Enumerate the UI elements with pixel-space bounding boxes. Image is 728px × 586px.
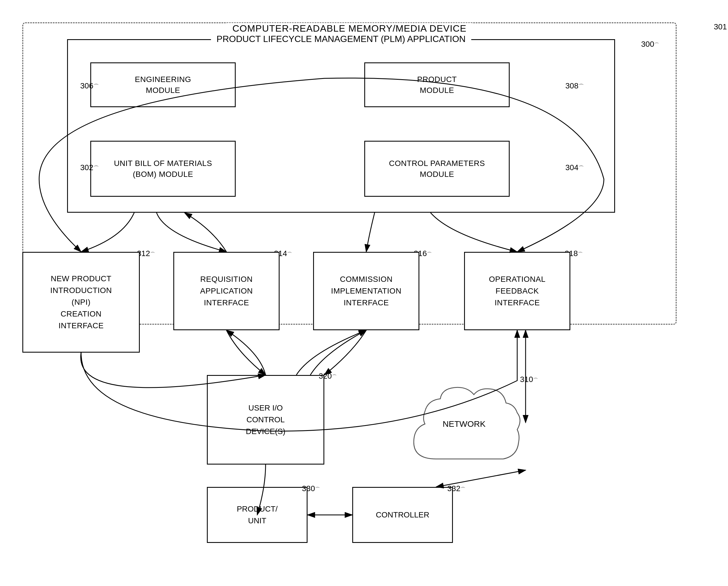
requisition-interface-box: REQUISITIONAPPLICATIONINTERFACE [173, 252, 280, 330]
user-io-label: USER I/OCONTROLDEVICE(S) [246, 402, 285, 437]
product-unit-box: PRODUCT/UNIT [207, 487, 308, 543]
ref-320-label: 320⌒ [319, 372, 337, 381]
npi-interface-box: NEW PRODUCTINTRODUCTION(NPI)CREATIONINTE… [22, 252, 140, 352]
requisition-interface-label: REQUISITIONAPPLICATIONINTERFACE [200, 273, 253, 309]
plm-box: PRODUCT LIFECYCLE MANAGEMENT (PLM) APPLI… [67, 39, 615, 213]
ref-300: 300⌒ [641, 40, 659, 49]
engineering-module-box: ENGINEERINGMODULE [90, 63, 236, 107]
ref-301: 301 [714, 22, 727, 31]
network-cloud: NETWORK [402, 375, 526, 476]
control-params-module-box: CONTROL PARAMETERSMODULE [364, 141, 510, 197]
product-module-box: PRODUCTMODULE [364, 63, 510, 107]
svg-text:NETWORK: NETWORK [443, 419, 485, 429]
outer-memory-label: COMPUTER-READABLE MEMORY/MEDIA DEVICE [227, 23, 472, 34]
user-io-box: USER I/OCONTROLDEVICE(S) [207, 375, 324, 465]
ref-308: 308⌒ [565, 81, 584, 90]
product-module-label: PRODUCTMODULE [417, 74, 457, 96]
product-unit-label: PRODUCT/UNIT [237, 503, 278, 527]
npi-interface-label: NEW PRODUCTINTRODUCTION(NPI)CREATIONINTE… [50, 273, 112, 332]
ref-302: 302⌒ [80, 163, 99, 172]
ref-330-label: 330⌒ [302, 484, 320, 493]
ref-304: 304⌒ [565, 163, 584, 172]
operational-interface-label: OPERATIONALFEEDBACKINTERFACE [489, 273, 546, 309]
ref-310-label: 310⌒ [520, 375, 538, 384]
bom-module-label: UNIT BILL OF MATERIALS(BOM) MODULE [114, 158, 212, 180]
ref-332-label: 332⌒ [447, 484, 466, 493]
plm-label: PRODUCT LIFECYCLE MANAGEMENT (PLM) APPLI… [211, 34, 471, 44]
bom-module-box: UNIT BILL OF MATERIALS(BOM) MODULE [90, 141, 236, 197]
commission-interface-box: COMMISSIONIMPLEMENTATIONINTERFACE [313, 252, 419, 330]
engineering-module-label: ENGINEERINGMODULE [135, 74, 191, 96]
ref-306: 306⌒ [80, 81, 99, 90]
controller-box: CONTROLLER [352, 487, 453, 543]
controller-label: CONTROLLER [376, 509, 429, 521]
operational-interface-box: OPERATIONALFEEDBACKINTERFACE [464, 252, 570, 330]
control-params-module-label: CONTROL PARAMETERSMODULE [389, 158, 485, 180]
diagram: COMPUTER-READABLE MEMORY/MEDIA DEVICE 30… [17, 17, 710, 571]
commission-interface-label: COMMISSIONIMPLEMENTATIONINTERFACE [331, 273, 401, 309]
